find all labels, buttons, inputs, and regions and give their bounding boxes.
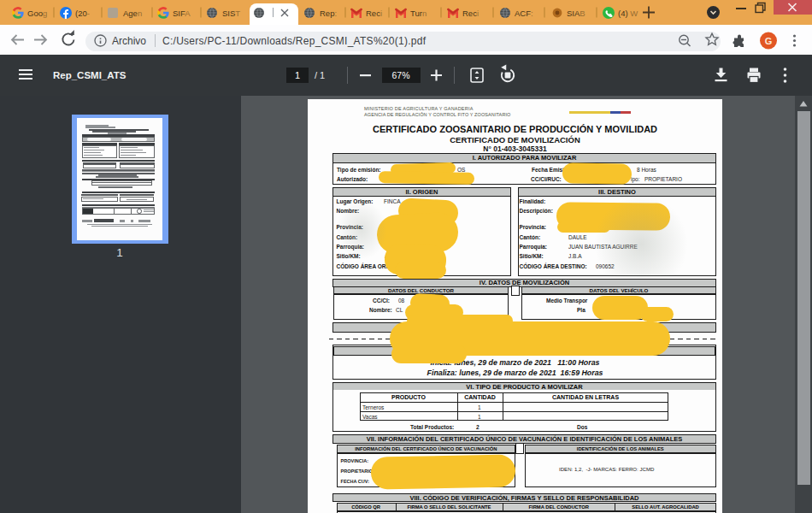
svg-text:67%: 67% [391, 70, 409, 80]
svg-text:/ 1: / 1 [315, 70, 325, 80]
svg-text:Archivo: Archivo [112, 35, 146, 47]
svg-text:C:/Users/PC-11/Downloads/Rep_C: C:/Users/PC-11/Downloads/Rep_CSMI_ATS%20… [162, 35, 427, 47]
svg-text:G: G [765, 36, 773, 46]
svg-text:1: 1 [295, 70, 300, 80]
svg-text:Rep_CSMI_ATS: Rep_CSMI_ATS [53, 70, 127, 80]
